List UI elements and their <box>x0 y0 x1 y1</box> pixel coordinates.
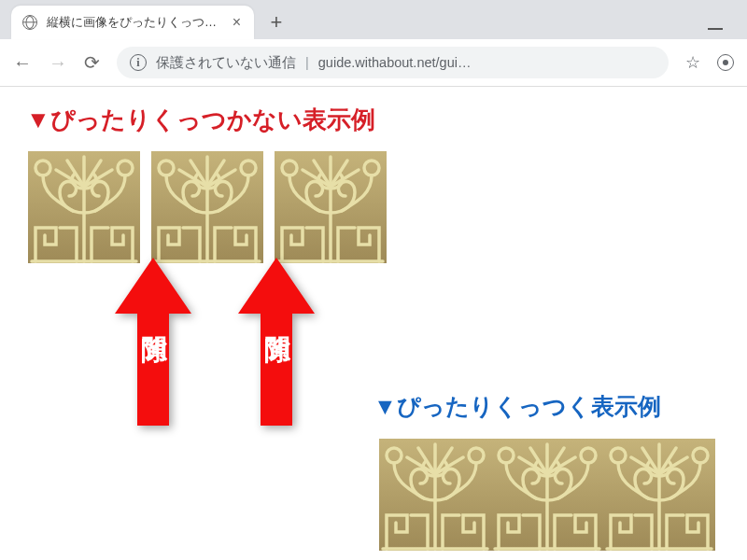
forward-button[interactable]: → <box>49 52 67 74</box>
toolbar: ← → ⟳ i 保護されていない通信 | guide.withabout.net… <box>0 39 747 86</box>
page-content: ▼ぴったりくっつかない表示例 隙間 隙間 ▼ぴったりくっつく表示例 <box>0 87 747 450</box>
bookmark-star-icon[interactable]: ☆ <box>685 52 700 73</box>
separator: | <box>305 55 309 70</box>
pattern-image <box>28 151 140 263</box>
spaced-image-row <box>28 151 725 263</box>
heading-good-example: ▼ぴったりくっつく表示例 <box>374 391 710 422</box>
joined-image-row <box>379 439 715 551</box>
arrow-gap: 隙間 <box>234 258 318 435</box>
browser-chrome: 縦横に画像をぴったりくっつけるサンプ × + ← → ⟳ i 保護されていない通… <box>0 0 747 87</box>
pattern-image <box>151 151 263 263</box>
security-text: 保護されていない通信 <box>156 54 296 72</box>
back-button[interactable]: ← <box>13 52 32 74</box>
window-controls <box>708 21 736 30</box>
minimize-button[interactable] <box>708 28 723 30</box>
tab-strip: 縦横に画像をぴったりくっつけるサンプ × + <box>0 0 747 39</box>
up-arrow-icon <box>111 258 195 435</box>
pattern-image <box>275 151 387 263</box>
up-arrow-icon <box>234 258 318 435</box>
url-text: guide.withabout.net/gui… <box>318 55 472 70</box>
good-example-section: ▼ぴったりくっつく表示例 <box>374 391 710 551</box>
tab-title: 縦横に画像をぴったりくっつけるサンプ <box>47 14 221 31</box>
address-bar[interactable]: i 保護されていない通信 | guide.withabout.net/gui… <box>117 47 669 78</box>
heading-bad-example: ▼ぴったりくっつかない表示例 <box>26 104 725 136</box>
tab-close-button[interactable]: × <box>231 13 243 32</box>
new-tab-button[interactable]: + <box>263 9 289 35</box>
browser-tab[interactable]: 縦横に画像をぴったりくっつけるサンプ × <box>11 6 254 39</box>
globe-icon <box>22 15 37 30</box>
extensions-icon[interactable] <box>717 54 734 71</box>
reload-button[interactable]: ⟳ <box>84 51 100 74</box>
svg-marker-1 <box>238 258 315 426</box>
info-icon: i <box>130 54 147 71</box>
arrow-gap: 隙間 <box>111 258 195 435</box>
svg-marker-0 <box>115 258 191 426</box>
